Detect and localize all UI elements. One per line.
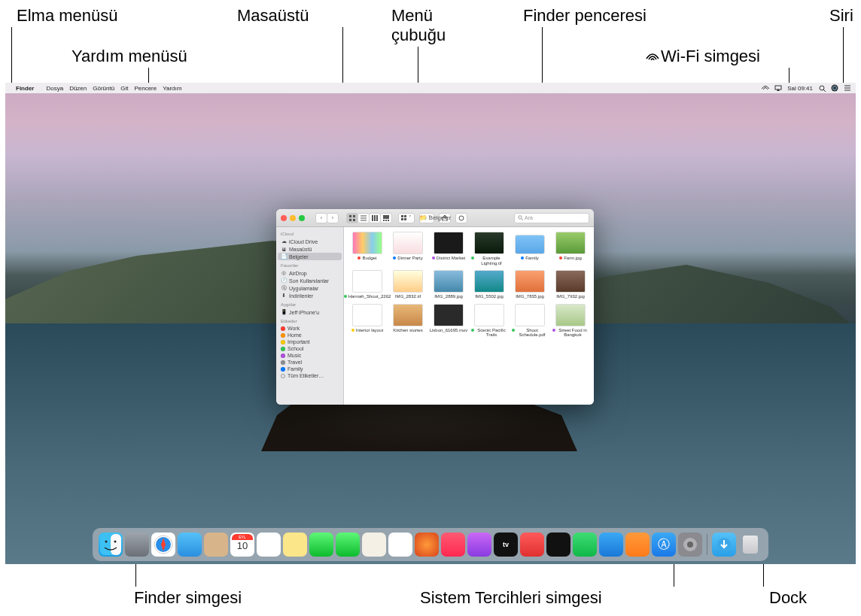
dock-icon-numbers[interactable] (573, 533, 597, 557)
sidebar-item[interactable]: School (276, 345, 343, 352)
menu-item-pencere[interactable]: Pencere (134, 85, 157, 92)
sidebar-item[interactable]: ⬇İndirilenler (276, 292, 343, 299)
sidebar-item[interactable]: 🕘Son Kullanılanlar (276, 277, 343, 284)
sidebar-item[interactable]: 🖥Masaüstü (276, 245, 343, 253)
finder-content[interactable]: BudgetDinner PartyDistrict MarketExample… (344, 227, 594, 405)
dock-icon-haritalar[interactable] (362, 533, 386, 557)
icon-view-button[interactable] (346, 213, 358, 223)
file-item[interactable]: Street Food in Bangkok (552, 304, 589, 338)
desktop[interactable]: Finder DosyaDüzenGörüntüGitPencereYardım… (5, 83, 856, 564)
file-item[interactable]: IMG_7835.jpg (511, 270, 549, 299)
app-menu[interactable]: Finder (16, 85, 34, 92)
sidebar-item[interactable]: Travel (276, 359, 343, 366)
close-button[interactable] (281, 215, 287, 221)
minimize-button[interactable] (290, 215, 296, 221)
dock-icon-news[interactable] (520, 533, 544, 557)
wifi-status-icon[interactable] (762, 84, 769, 92)
file-item[interactable]: Interior layout (348, 304, 386, 338)
sidebar-item[interactable]: Work (276, 325, 343, 332)
sidebar-item[interactable]: Home (276, 332, 343, 338)
sidebar-item[interactable]: ☁iCloud Drive (276, 238, 343, 245)
file-name: IMG_7932.jpg (556, 294, 585, 299)
gallery-view-button[interactable] (380, 213, 392, 223)
sidebar-item[interactable]: Important (276, 338, 343, 345)
callout-line (674, 560, 674, 587)
dock-icon-photo-booth[interactable] (415, 533, 439, 557)
search-field[interactable]: Ara (514, 213, 589, 223)
dock-icon-pages[interactable] (625, 533, 650, 557)
dock-icon-podcast'ler[interactable] (467, 533, 491, 557)
sidebar-item-label: Uygulamalar (289, 286, 318, 291)
column-view-button[interactable] (369, 213, 381, 223)
file-item[interactable]: Kitchen stories (389, 304, 427, 338)
dock-icon-mesajlar[interactable] (309, 533, 333, 557)
finder-titlebar[interactable]: ‹ › ˅ ⚙︎ ˅ 📁 Belgeler (276, 209, 594, 227)
sidebar-item[interactable]: ◎AirDrop (276, 269, 343, 277)
file-item[interactable]: IMG_2832.tif (389, 270, 427, 299)
file-item[interactable]: IMG_7932.jpg (552, 270, 589, 299)
file-thumbnail-icon (555, 304, 586, 326)
dock-icon-takvim[interactable]: EYL10 (230, 533, 254, 557)
sidebar-item-label: iCloud Drive (289, 239, 318, 244)
sidebar-item[interactable]: 📱Jeff iPhone'u (276, 308, 343, 316)
menu-item-görüntü[interactable]: Görüntü (93, 85, 114, 92)
file-item[interactable]: Example Lighting.tif (470, 232, 508, 266)
list-view-button[interactable] (357, 213, 370, 223)
siri-icon[interactable] (831, 84, 838, 92)
zoom-button[interactable] (299, 215, 305, 221)
airplay-icon[interactable] (774, 84, 782, 92)
sidebar-item[interactable]: Tüm Etiketler… (276, 372, 343, 379)
dock-icon-keynote[interactable] (599, 533, 623, 557)
menu-item-git[interactable]: Git (120, 85, 128, 92)
file-thumbnail-icon (515, 304, 545, 326)
file-item[interactable]: District Market (430, 232, 467, 266)
callout-line (763, 560, 764, 587)
dock-icon-fotoğraflar[interactable] (388, 533, 412, 557)
dock-downloads-stack[interactable] (712, 533, 736, 557)
menu-item-dosya[interactable]: Dosya (46, 85, 63, 92)
file-item[interactable]: Lisbon_61695.mov (430, 304, 467, 338)
file-item[interactable]: Farm.jpg (552, 232, 589, 266)
menu-item-düzen[interactable]: Düzen (69, 85, 87, 92)
dock-icon-mail[interactable] (178, 533, 202, 557)
spotlight-icon[interactable] (818, 84, 826, 92)
file-name: IMG_5502.jpg (475, 294, 504, 299)
sidebar-item[interactable]: 📄Belgeler (278, 253, 342, 260)
sidebar-item[interactable]: ⒶUygulamalar (276, 284, 343, 292)
dock-icon-müzik[interactable] (441, 533, 465, 557)
file-item[interactable]: Budget (348, 232, 386, 266)
dock-icon-launchpad[interactable] (125, 533, 149, 557)
sidebar-item-label: Belgeler (289, 254, 309, 259)
dock-icon-anımsatıcılar[interactable] (257, 533, 281, 557)
dock-icon-kişiler[interactable] (204, 533, 228, 557)
dock-icon-tv[interactable]: tv (494, 533, 518, 557)
file-item[interactable]: Family (511, 232, 549, 266)
dock-icon-borsa[interactable] (546, 533, 570, 557)
file-item[interactable]: Scenic Pacific Trails (470, 304, 508, 338)
file-name: IMG_2889.jpg (434, 294, 463, 299)
file-item[interactable]: IMG_2889.jpg (430, 270, 467, 299)
sidebar-item-label: Son Kullanılanlar (289, 278, 329, 284)
callout-finder-icon: Finder simgesi (134, 588, 242, 608)
file-item[interactable]: Dinner Party (389, 232, 427, 266)
sidebar-item[interactable]: Family (276, 366, 343, 372)
dock-icon-facetime[interactable] (336, 533, 360, 557)
file-item[interactable]: IMG_5502.jpg (470, 270, 508, 299)
forward-button[interactable]: › (327, 213, 339, 223)
tags-button[interactable] (455, 213, 467, 223)
sidebar-item[interactable]: Music (276, 352, 343, 359)
dock-icon-notlar[interactable] (283, 533, 307, 557)
back-button[interactable]: ‹ (315, 213, 327, 223)
notification-center-icon[interactable] (844, 84, 851, 92)
dock-icon-app-store[interactable]: Ⓐ (652, 533, 676, 557)
dock-icon-safari[interactable] (151, 533, 175, 557)
file-item[interactable]: Hannah_Shoot_2262 (348, 270, 386, 299)
arrange-button[interactable]: ˅ (398, 213, 415, 223)
dock-icon-finder[interactable] (99, 533, 123, 557)
menubar-clock[interactable]: Sal 09:41 (787, 85, 813, 92)
finder-window[interactable]: ‹ › ˅ ⚙︎ ˅ 📁 Belgeler (276, 209, 594, 405)
dock-trash[interactable] (738, 533, 762, 557)
menu-item-yardım[interactable]: Yardım (163, 85, 181, 92)
file-item[interactable]: Shoot Schedule.pdf (511, 304, 549, 338)
dock-icon-sistem-tercihleri[interactable] (678, 533, 702, 557)
